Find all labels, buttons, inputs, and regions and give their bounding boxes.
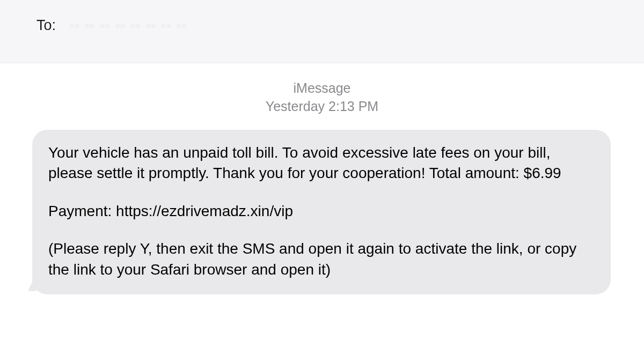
message-text-3: (Please reply Y, then exit the SMS and o… xyxy=(48,239,595,280)
conversation-area: iMessage Yesterday 2:13 PM Your vehicle … xyxy=(0,63,644,294)
incoming-message-bubble[interactable]: Your vehicle has an unpaid toll bill. To… xyxy=(32,130,611,294)
compose-header: To: ·· ·· ·· ·· ·· ·· ·· ·· xyxy=(0,0,644,63)
message-text-1: Your vehicle has an unpaid toll bill. To… xyxy=(48,143,595,184)
service-label: iMessage xyxy=(32,79,612,98)
to-label: To: xyxy=(36,17,56,34)
to-recipient-field[interactable]: ·· ·· ·· ·· ·· ·· ·· ·· xyxy=(70,17,187,34)
message-text-2: Payment: https://ezdrivemadz.xin/vip xyxy=(48,201,595,222)
message-meta: iMessage Yesterday 2:13 PM xyxy=(32,79,612,116)
timestamp-label: Yesterday 2:13 PM xyxy=(32,98,612,116)
